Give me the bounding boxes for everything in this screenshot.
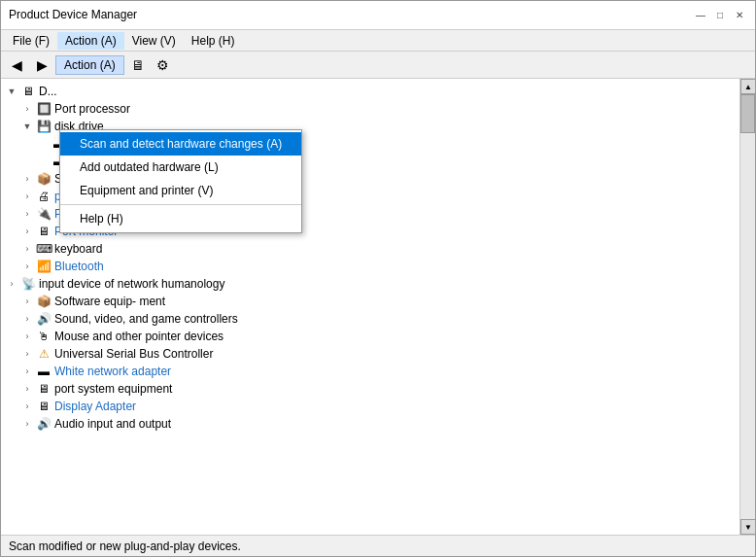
- window-title: Product Device Manager: [9, 8, 137, 21]
- white-net-icon: ▬: [36, 365, 52, 378]
- tree-root[interactable]: ▼ 🖥 D...: [1, 83, 739, 100]
- expand-icon-print[interactable]: ›: [20, 190, 34, 203]
- vertical-scrollbar[interactable]: ▲ ▼: [739, 79, 755, 535]
- dropdown-separator: [60, 204, 301, 205]
- scroll-up-button[interactable]: ▲: [740, 79, 755, 94]
- expand-icon-audio[interactable]: ›: [20, 417, 34, 431]
- minimize-button[interactable]: —: [693, 8, 708, 23]
- expand-icon-sound[interactable]: ›: [20, 312, 34, 326]
- tree-item-label: Audio input and output: [54, 417, 171, 431]
- display-icon: 🖥: [36, 400, 52, 413]
- menu-help[interactable]: Help (H): [184, 32, 243, 50]
- toolbar-forward[interactable]: ▶: [30, 54, 53, 76]
- expand-icon-white-net[interactable]: ›: [20, 365, 34, 378]
- tree-root-label: D...: [39, 85, 57, 98]
- keyboard-icon: ⌨: [36, 242, 52, 256]
- dropdown-item-add[interactable]: Add outdated hardware (L): [60, 156, 301, 179]
- menu-view[interactable]: View (V): [124, 32, 184, 50]
- audio-icon: 🔊: [36, 417, 52, 431]
- status-bar: Scan modified or new plug-and-play devic…: [1, 535, 755, 556]
- tree-item-port-processor[interactable]: › 🔲 Port processor: [1, 100, 739, 118]
- toolbar: ◀ ▶ Action (A) 🖥 ⚙: [1, 52, 755, 79]
- port-monitor-icon: 🖥: [36, 225, 52, 238]
- tree-item-white-network[interactable]: › ▬ White network adapter: [1, 363, 739, 380]
- tree-item-port-sys[interactable]: › 🖥 port system equipment: [1, 380, 739, 398]
- expand-icon-storage[interactable]: ›: [20, 172, 34, 186]
- action-dropdown-menu: Scan and detect hardware changes (A) Add…: [59, 129, 302, 233]
- expand-icon-root[interactable]: ▼: [5, 85, 18, 98]
- computer-icon: 🖥: [20, 85, 36, 98]
- tree-item-audio[interactable]: › 🔊 Audio input and output: [1, 415, 739, 433]
- tree-item-label: port system equipment: [54, 382, 172, 396]
- title-bar: Product Device Manager — □ ✕: [1, 1, 755, 30]
- tree-item-label: Display Adapter: [54, 400, 136, 413]
- window-controls: — □ ✕: [693, 8, 747, 23]
- disk-drive-icon: 💾: [36, 120, 52, 133]
- expand-icon-net-input[interactable]: ›: [5, 277, 18, 291]
- scroll-down-button[interactable]: ▼: [740, 519, 755, 535]
- tree-item-display-adapter[interactable]: › 🖥 Display Adapter: [1, 398, 739, 415]
- expand-icon-bluetooth[interactable]: ›: [20, 260, 34, 273]
- scroll-track[interactable]: [740, 94, 755, 519]
- mouse-icon: 🖱: [36, 330, 52, 343]
- tree-item-label: Bluetooth: [54, 260, 104, 273]
- toolbar-computer[interactable]: 🖥: [126, 54, 150, 76]
- scroll-thumb[interactable]: [740, 94, 755, 133]
- tree-item-keyboard[interactable]: › ⌨ keyboard: [1, 240, 739, 258]
- tree-item-label: Sound, video, and game controllers: [54, 312, 238, 326]
- bluetooth-icon: 📶: [36, 260, 52, 273]
- expand-icon-display[interactable]: ›: [20, 400, 34, 413]
- tree-item-mouse[interactable]: › 🖱 Mouse and other pointer devices: [1, 328, 739, 345]
- expand-icon-keyboard[interactable]: ›: [20, 242, 34, 256]
- tree-item-network-input[interactable]: › 📡 input device of network humanology: [1, 275, 739, 293]
- dropdown-item-help[interactable]: Help (H): [60, 207, 301, 230]
- expand-icon-port-monitor[interactable]: ›: [20, 225, 34, 238]
- main-window: Product Device Manager — □ ✕ File (F) Ac…: [0, 0, 756, 557]
- dropdown-item-equipment[interactable]: Equipment and printer (V): [60, 179, 301, 202]
- expand-icon-colorful: [36, 137, 50, 151]
- tree-item-software[interactable]: › 📦 Software equip- ment: [1, 293, 739, 310]
- tree-item-label: Universal Serial Bus Controller: [54, 347, 213, 361]
- status-text: Scan modified or new plug-and-play devic…: [9, 540, 241, 553]
- expand-icon-sw[interactable]: ›: [20, 295, 34, 308]
- menu-file[interactable]: File (F): [5, 32, 57, 50]
- tree-item-usb[interactable]: › ⚠ Universal Serial Bus Controller: [1, 345, 739, 363]
- tree-item-label: White network adapter: [54, 365, 171, 378]
- print-icon: 🖨: [36, 190, 52, 203]
- tree-item-label: Software equip- ment: [54, 295, 165, 308]
- expand-icon-usb[interactable]: ›: [20, 347, 34, 361]
- toolbar-settings[interactable]: ⚙: [152, 54, 175, 76]
- port-sys-icon: 🖥: [36, 382, 52, 396]
- expand-icon-port-computer[interactable]: ›: [20, 207, 34, 221]
- expand-icon-sd: [36, 155, 50, 168]
- tree-item-label: input device of network humanology: [39, 277, 224, 291]
- main-content: ▼ 🖥 D... › 🔲 Port processor ▼ 💾 disk dri…: [1, 79, 755, 535]
- port-processor-icon: 🔲: [36, 102, 52, 116]
- tree-item-sound[interactable]: › 🔊 Sound, video, and game controllers: [1, 310, 739, 328]
- expand-icon-disk[interactable]: ▼: [20, 120, 34, 133]
- menu-action[interactable]: Action (A): [57, 32, 124, 50]
- sound-icon: 🔊: [36, 312, 52, 326]
- toolbar-action-label[interactable]: Action (A): [55, 55, 124, 75]
- maximize-button[interactable]: □: [712, 8, 728, 23]
- expand-icon-port-proc[interactable]: ›: [20, 102, 34, 116]
- usb-warn-icon: ⚠: [36, 347, 52, 361]
- expand-icon-port-sys[interactable]: ›: [20, 382, 34, 396]
- storage-icon: 📦: [36, 172, 52, 186]
- expand-icon-mouse[interactable]: ›: [20, 330, 34, 343]
- close-button[interactable]: ✕: [732, 8, 747, 23]
- port-computer-icon: 🔌: [36, 207, 52, 221]
- tree-item-label: Port processor: [54, 102, 130, 116]
- tree-item-bluetooth[interactable]: › 📶 Bluetooth: [1, 258, 739, 275]
- tree-item-label: keyboard: [54, 242, 102, 256]
- network-icon: 📡: [20, 277, 36, 291]
- tree-item-label: Mouse and other pointer devices: [54, 330, 223, 343]
- software-icon: 📦: [36, 295, 52, 308]
- menu-bar: File (F) Action (A) View (V) Help (H): [1, 30, 755, 52]
- dropdown-item-scan[interactable]: Scan and detect hardware changes (A): [60, 132, 301, 156]
- toolbar-back[interactable]: ◀: [5, 54, 28, 76]
